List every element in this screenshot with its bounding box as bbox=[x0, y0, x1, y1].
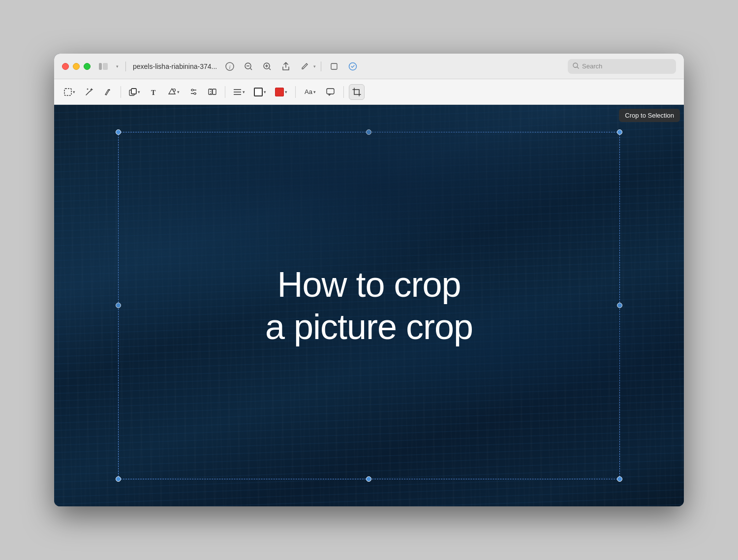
stroke-color-dropdown: ▾ bbox=[264, 90, 266, 94]
titlebar: ▾ pexels-lisha-riabinina-374... i bbox=[54, 54, 684, 79]
svg-text:T: T bbox=[151, 89, 156, 96]
svg-line-10 bbox=[269, 68, 271, 70]
handle-middle-left[interactable] bbox=[116, 303, 121, 308]
handle-top-right[interactable] bbox=[617, 129, 622, 135]
svg-rect-38 bbox=[327, 89, 334, 94]
canvas-text-line2: a picture crop bbox=[265, 306, 473, 348]
markup-circle-button[interactable] bbox=[345, 59, 361, 74]
font-dropdown-arrow: ▾ bbox=[313, 90, 316, 94]
svg-point-31 bbox=[194, 93, 196, 94]
maximize-button[interactable] bbox=[84, 63, 91, 70]
adjust-tool-button[interactable] bbox=[185, 84, 201, 100]
shape-dropdown-arrow: ▾ bbox=[177, 90, 180, 94]
svg-rect-0 bbox=[99, 63, 102, 70]
info-button[interactable]: i bbox=[222, 59, 238, 74]
copy-dropdown-arrow: ▾ bbox=[138, 90, 140, 94]
toolbar: ▾ bbox=[54, 79, 684, 105]
toolbar-separator-3 bbox=[295, 86, 296, 98]
annotation-button[interactable] bbox=[323, 84, 338, 100]
svg-line-14 bbox=[577, 67, 579, 68]
svg-text:i: i bbox=[229, 64, 231, 70]
canvas-main-text: How to crop a picture crop bbox=[265, 263, 473, 348]
fill-color-button[interactable]: ▾ bbox=[272, 84, 290, 100]
layout-tool-button[interactable] bbox=[204, 84, 220, 100]
titlebar-divider-2 bbox=[321, 62, 321, 71]
search-placeholder-text: Search bbox=[582, 62, 602, 70]
magic-wand-button[interactable] bbox=[81, 84, 97, 100]
shape-tool-button[interactable]: ▾ bbox=[165, 84, 183, 100]
filename-label: pexels-lisha-riabinina-374... bbox=[133, 62, 217, 70]
crop-tool-button[interactable] bbox=[349, 84, 365, 100]
tooltip-text: Crop to Selection bbox=[625, 112, 674, 119]
pen-dropdown-arrow: ▾ bbox=[313, 64, 316, 69]
handle-top-left[interactable] bbox=[116, 129, 121, 135]
canvas-area[interactable]: Crop to Selection How to crop a picture … bbox=[54, 105, 684, 506]
svg-rect-33 bbox=[213, 89, 216, 94]
sidebar-toggle-dropdown: ▾ bbox=[116, 64, 119, 69]
toolbar-separator-1 bbox=[121, 86, 121, 98]
zoom-out-button[interactable] bbox=[241, 59, 256, 74]
svg-rect-1 bbox=[103, 63, 108, 70]
resize-button[interactable] bbox=[326, 59, 342, 74]
selection-box[interactable] bbox=[118, 132, 620, 479]
search-bar[interactable]: Search bbox=[568, 59, 676, 74]
titlebar-controls: i bbox=[222, 59, 361, 74]
handle-bottom-left[interactable] bbox=[116, 476, 121, 482]
fill-color-dropdown: ▾ bbox=[285, 90, 287, 94]
align-dropdown-arrow: ▾ bbox=[243, 90, 245, 94]
toolbar-separator-4 bbox=[343, 86, 344, 98]
sidebar-toggle-button[interactable] bbox=[95, 59, 111, 74]
pen-markup-button[interactable] bbox=[297, 59, 312, 74]
search-icon bbox=[573, 62, 579, 70]
close-button[interactable] bbox=[62, 63, 69, 70]
svg-point-29 bbox=[191, 89, 193, 91]
svg-line-6 bbox=[250, 68, 252, 70]
svg-line-16 bbox=[86, 91, 90, 95]
share-button[interactable] bbox=[278, 59, 294, 74]
canvas-text-line1: How to crop bbox=[265, 263, 473, 306]
application-window: ▾ pexels-lisha-riabinina-374... i bbox=[54, 54, 684, 506]
font-button[interactable]: Aa ▾ bbox=[301, 84, 320, 100]
traffic-lights bbox=[62, 63, 91, 70]
align-button[interactable]: ▾ bbox=[230, 84, 248, 100]
toolbar-separator-2 bbox=[225, 86, 225, 98]
text-tool-button[interactable]: T bbox=[146, 84, 162, 100]
svg-rect-11 bbox=[331, 63, 337, 69]
copy-button[interactable]: ▾ bbox=[126, 84, 143, 100]
svg-point-27 bbox=[173, 89, 176, 92]
handle-middle-right[interactable] bbox=[617, 303, 622, 308]
handle-top-middle[interactable] bbox=[366, 129, 371, 135]
svg-rect-23 bbox=[131, 89, 136, 94]
handle-bottom-middle[interactable] bbox=[366, 476, 371, 482]
selection-dropdown-arrow: ▾ bbox=[73, 90, 75, 94]
selection-tool-button[interactable]: ▾ bbox=[61, 84, 78, 100]
stroke-color-button[interactable]: ▾ bbox=[251, 84, 269, 100]
pen-tool-button[interactable] bbox=[100, 84, 116, 100]
titlebar-divider-1 bbox=[125, 62, 126, 71]
crop-tooltip: Crop to Selection bbox=[619, 109, 680, 122]
svg-rect-15 bbox=[64, 89, 71, 95]
font-label: Aa bbox=[305, 88, 312, 95]
handle-bottom-right[interactable] bbox=[617, 476, 622, 482]
zoom-in-button[interactable] bbox=[259, 59, 275, 74]
minimize-button[interactable] bbox=[73, 63, 80, 70]
